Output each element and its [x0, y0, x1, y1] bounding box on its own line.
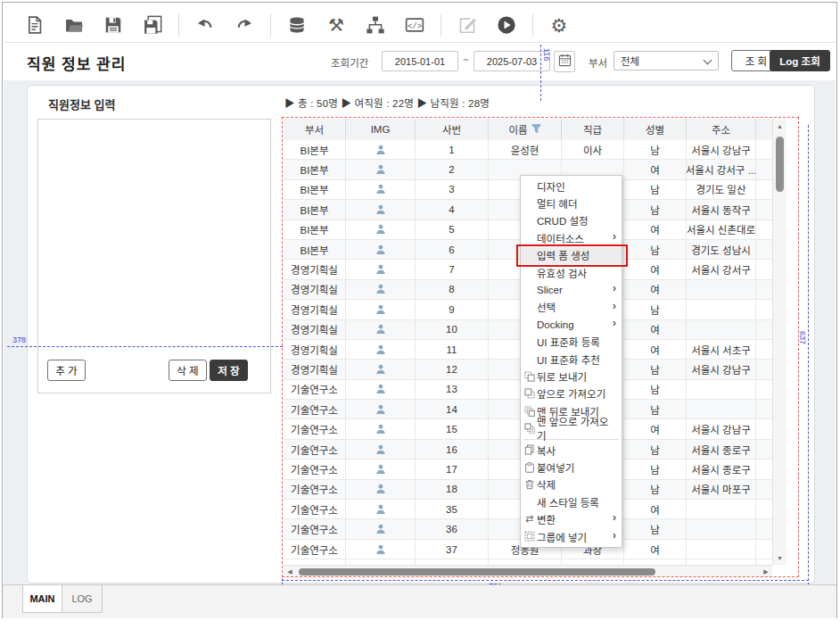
- bring-forward-icon: [523, 388, 535, 400]
- submenu-arrow-icon: ›: [613, 282, 616, 294]
- table-cell: BI본부: [284, 180, 346, 199]
- table-cell: [756, 280, 772, 299]
- add-button[interactable]: 추 가: [47, 360, 86, 381]
- table-cell: 기술연구소: [284, 419, 346, 438]
- menu-item-docking[interactable]: Docking›: [521, 316, 622, 333]
- column-header-6[interactable]: 성별: [624, 119, 687, 140]
- undo-icon[interactable]: [192, 12, 218, 38]
- vertical-scrollbar[interactable]: ▲ ▼: [772, 119, 786, 565]
- menu-item-add-to-group[interactable]: 그룹에 넣기›: [521, 528, 622, 545]
- table-cell: [756, 480, 772, 499]
- table-cell: [687, 500, 756, 518]
- column-header-1[interactable]: 부서: [284, 119, 346, 140]
- menu-item-label: 데이터소스: [537, 231, 584, 245]
- table-cell: 서울시 강서구 ...: [687, 160, 756, 178]
- table-cell: 기술연구소: [284, 540, 346, 559]
- period-label: 조회기간: [331, 55, 368, 70]
- menu-item-label: 뒤로 보내기: [537, 369, 587, 384]
- scroll-up-icon[interactable]: ▲: [773, 119, 786, 133]
- person-icon: [346, 240, 416, 259]
- new-file-icon[interactable]: [21, 12, 48, 38]
- menu-item-convert[interactable]: ⇄변환›: [521, 510, 622, 527]
- edit-icon[interactable]: [454, 12, 481, 38]
- redo-icon[interactable]: [231, 12, 258, 38]
- filter-icon[interactable]: [531, 124, 541, 136]
- date-to-input[interactable]: [474, 51, 550, 71]
- settings-icon[interactable]: ⚙: [546, 12, 572, 38]
- person-icon: [346, 400, 416, 418]
- table-cell: 35: [416, 500, 489, 518]
- horizontal-scroll-thumb[interactable]: [299, 568, 655, 575]
- menu-item-crud-settings[interactable]: CRUD 설정: [521, 212, 622, 229]
- dept-select[interactable]: 전체: [614, 51, 719, 70]
- person-icon: [346, 320, 416, 339]
- open-folder-icon[interactable]: [61, 12, 87, 38]
- save-icon[interactable]: [100, 12, 127, 38]
- table-cell: BI본부: [284, 140, 346, 159]
- vertical-scroll-thumb[interactable]: [776, 137, 784, 192]
- delete-button[interactable]: 삭 제: [169, 360, 207, 381]
- menu-item-ui-standard-register[interactable]: UI 표준화 등록: [521, 334, 622, 351]
- menu-item-create-input-form[interactable]: 입력 폼 생성: [521, 247, 622, 264]
- menu-item-label: 멀티 헤더: [537, 196, 578, 211]
- horizontal-scrollbar[interactable]: ◀ ▶: [284, 565, 772, 577]
- column-header-7[interactable]: 주소: [687, 119, 756, 140]
- tab-log[interactable]: LOG: [62, 585, 103, 613]
- person-icon: [346, 200, 416, 219]
- menu-item-validation[interactable]: 유효성 검사: [521, 264, 622, 281]
- log-search-button[interactable]: Log 조회: [770, 50, 830, 71]
- column-header-5[interactable]: 직급: [562, 119, 624, 140]
- tools-icon[interactable]: ⚒: [323, 12, 350, 38]
- code-icon[interactable]: </>: [401, 12, 428, 38]
- table-cell: 2: [416, 160, 489, 178]
- table-cell: 서울시 종로구: [687, 440, 756, 459]
- group-icon: [523, 531, 535, 542]
- person-icon: [346, 220, 416, 239]
- menu-item-slicer[interactable]: Slicer›: [521, 281, 622, 298]
- run-icon[interactable]: [493, 12, 520, 38]
- save-button[interactable]: 저 장: [210, 360, 248, 381]
- menu-item-paste[interactable]: 붙여넣기: [521, 459, 622, 476]
- table-cell: 서울시 강남구: [687, 360, 756, 378]
- person-icon: [346, 300, 416, 319]
- tab-main[interactable]: MAIN: [22, 585, 62, 613]
- summary-stats: ▶ 총 : 50명 ▶ 여직원 : 22명 ▶ 남직원 : 28명: [284, 95, 490, 110]
- table-cell: 서울시 동작구: [687, 200, 756, 219]
- menu-item-datasource[interactable]: 데이터소스›: [521, 229, 622, 246]
- menu-item-copy[interactable]: 복사: [521, 442, 622, 459]
- table-cell: [756, 300, 772, 319]
- scroll-down-icon[interactable]: ▼: [773, 551, 786, 565]
- menu-item-bring-to-front[interactable]: 맨 앞으로 가져오기: [521, 419, 622, 436]
- table-row[interactable]: BI본부1윤성현이사남서울시 강남구: [284, 140, 772, 160]
- person-icon: [346, 260, 416, 278]
- table-cell: 6: [416, 240, 489, 259]
- table-cell: 기술연구소: [284, 440, 346, 459]
- save-all-icon[interactable]: [139, 12, 166, 38]
- menu-item-send-backward[interactable]: 뒤로 보내기: [521, 368, 622, 385]
- column-header-3[interactable]: 사번: [416, 119, 489, 140]
- menu-item-delete[interactable]: 삭제: [521, 476, 622, 493]
- column-header-4[interactable]: 이름: [489, 119, 562, 140]
- scroll-right-icon[interactable]: ▶: [760, 566, 772, 577]
- menu-item-bring-forward[interactable]: 앞으로 가져오기: [521, 385, 622, 402]
- scroll-left-icon[interactable]: ◀: [284, 566, 296, 577]
- menu-item-select[interactable]: 선택›: [521, 299, 622, 316]
- date-from-input[interactable]: [382, 51, 458, 71]
- person-icon: [346, 280, 416, 299]
- table-cell: 여: [624, 280, 687, 299]
- sitemap-icon[interactable]: [362, 12, 389, 38]
- column-header-2[interactable]: IMG: [346, 119, 416, 140]
- column-label: 부서: [305, 122, 324, 137]
- table-cell: [687, 540, 756, 559]
- table-cell: 서울시 서초구: [687, 340, 756, 359]
- menu-item-ui-standard-recommend[interactable]: UI 표준화 추천: [521, 351, 622, 368]
- submenu-arrow-icon: ›: [613, 529, 616, 542]
- column-header-filler: [756, 119, 772, 140]
- menu-item-label: Docking: [537, 319, 574, 330]
- database-icon[interactable]: [284, 12, 310, 38]
- person-icon: [346, 360, 416, 378]
- calendar-button[interactable]: [554, 51, 575, 72]
- menu-item-new-style-register[interactable]: 새 스타일 등록: [521, 493, 622, 510]
- menu-item-multi-header[interactable]: 멀티 헤더: [521, 195, 622, 211]
- menu-item-design[interactable]: 디자인: [521, 178, 622, 195]
